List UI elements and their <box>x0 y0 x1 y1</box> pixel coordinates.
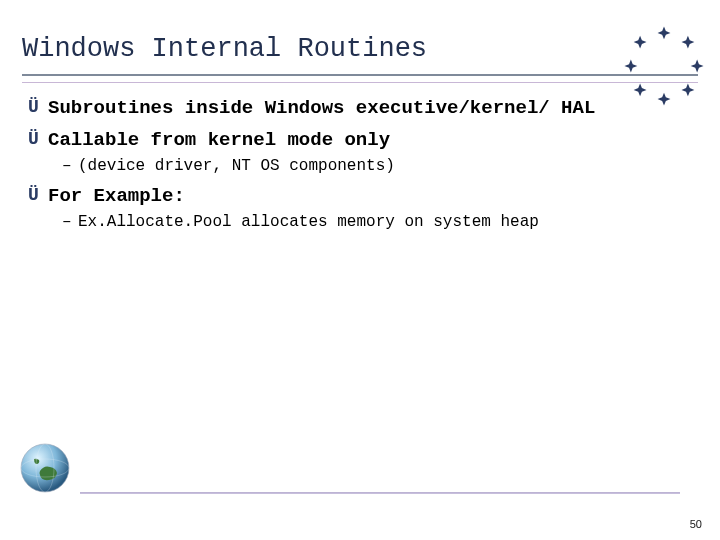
arrow-icon: Ü <box>28 129 48 151</box>
svg-marker-3 <box>681 83 694 96</box>
page-number: 50 <box>690 518 702 530</box>
bullet-level2: – (device driver, NT OS components) <box>62 157 668 175</box>
arrow-icon: Ü <box>28 185 48 207</box>
bullet-text: Subroutines inside Windows executive/ker… <box>48 97 595 119</box>
bullet-level1: Ü For Example: <box>28 185 668 207</box>
globe-icon <box>18 441 72 500</box>
dash-icon: – <box>62 157 78 175</box>
bullet-level1: Ü Subroutines inside Windows executive/k… <box>28 97 668 119</box>
title-underline-accent <box>22 82 698 83</box>
footer-rule <box>80 492 680 494</box>
bullet-text: (device driver, NT OS components) <box>78 157 395 175</box>
slide-content: Ü Subroutines inside Windows executive/k… <box>22 97 698 231</box>
bullet-level1: Ü Callable from kernel mode only <box>28 129 668 151</box>
slide: Windows Internal Routines Ü Subroutines … <box>0 0 720 540</box>
dash-icon: – <box>62 213 78 231</box>
bullet-text: Callable from kernel mode only <box>48 129 390 151</box>
title-underline <box>22 74 698 76</box>
svg-marker-5 <box>634 83 647 96</box>
bullet-text: For Example: <box>48 185 185 207</box>
bullet-text: Ex.Allocate.Pool allocates memory on sys… <box>78 213 539 231</box>
slide-title: Windows Internal Routines <box>22 34 698 74</box>
bullet-level2: – Ex.Allocate.Pool allocates memory on s… <box>62 213 668 231</box>
arrow-icon: Ü <box>28 97 48 119</box>
